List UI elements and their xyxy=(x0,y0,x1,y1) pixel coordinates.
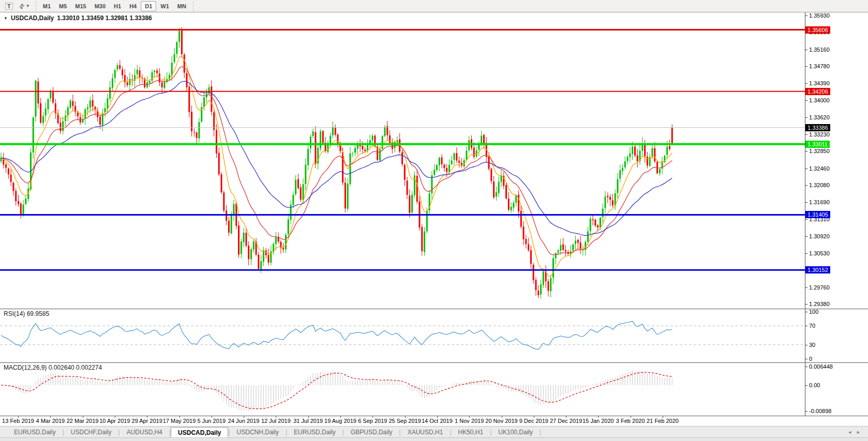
timeframe-button-d1[interactable]: D1 xyxy=(141,1,156,11)
panel-separator[interactable] xyxy=(0,309,868,309)
tab-scroll-left-icon[interactable]: ◄ xyxy=(847,430,852,435)
date-axis-label: 31 Jul 2019 xyxy=(293,418,323,424)
price-axis-label: 1.32850 xyxy=(809,148,830,154)
panel-separator xyxy=(0,416,868,416)
price-line-badge: 1.35606 xyxy=(805,26,830,34)
date-axis-label: 27 Dec 2019 xyxy=(550,418,582,424)
rsi-axis-label: 70 xyxy=(809,323,815,329)
rsi-axis-label: 0 xyxy=(809,356,812,362)
text-tool-button[interactable]: T xyxy=(2,1,16,11)
date-axis-label: 12 Jul 2019 xyxy=(261,418,291,424)
price-line-badge: 1.33011 xyxy=(805,141,830,148)
timeframe-label: W1 xyxy=(160,3,169,9)
price-chart-panel[interactable]: ▼ USDCAD,Daily 1.33010 1.33459 1.32981 1… xyxy=(0,12,805,309)
macd-chart[interactable] xyxy=(0,362,805,416)
date-axis-label: 20 Nov 2019 xyxy=(485,418,517,424)
timeframe-label: MN xyxy=(177,3,186,9)
timeframe-button-h4[interactable]: H4 xyxy=(125,1,141,11)
chart-dropdown-icon[interactable]: ▼ xyxy=(4,16,8,21)
tab-divider: | xyxy=(540,427,541,437)
macd-axis-label: -0.00898 xyxy=(809,408,831,414)
time-axis: 13 Feb 20194 Mar 201922 Mar 201910 Apr 2… xyxy=(0,416,868,426)
date-axis-label: 14 Oct 2019 xyxy=(422,418,453,424)
rsi-axis-label: 100 xyxy=(809,309,818,315)
rsi-chart[interactable] xyxy=(0,309,805,362)
price-axis-label: 1.35930 xyxy=(809,12,830,19)
price-axis-label: 1.34000 xyxy=(809,97,830,103)
timeframe-label: M1 xyxy=(43,3,51,9)
price-axis-label: 1.32460 xyxy=(809,165,830,172)
timeframe-label: M30 xyxy=(95,3,106,9)
tab-hk50-h1[interactable]: HK50,H1 xyxy=(452,427,490,437)
price-axis-label: 1.33620 xyxy=(809,114,830,120)
date-axis-label: 24 Jun 2019 xyxy=(228,418,260,424)
tab-audusd-h4[interactable]: AUDUSD,H4 xyxy=(120,427,169,437)
toolbar-separator xyxy=(36,2,36,11)
price-line-badge: 1.31405 xyxy=(805,211,830,218)
timeframe-button-m1[interactable]: M1 xyxy=(39,1,55,11)
timeframe-button-mn[interactable]: MN xyxy=(173,1,190,11)
date-axis-label: 21 Feb 2020 xyxy=(647,418,679,424)
chart-title[interactable]: ▼ USDCAD,Daily 1.33010 1.33459 1.32981 1… xyxy=(4,14,152,22)
date-axis-label: 3 Feb 2020 xyxy=(616,418,645,424)
caret-down-icon: ▼ xyxy=(26,4,30,8)
toolbar-separator xyxy=(193,2,193,11)
tab-scroll-arrows: ◄ ► xyxy=(847,427,868,437)
tab-gbpusd-daily[interactable]: GBPUSD,Daily xyxy=(344,427,399,437)
chart-symbol-label: USDCAD,Daily xyxy=(11,14,54,22)
mt4-window: T ⇄ ▼ M1M5M15M30H1H4D1W1MN ▼ USDCAD,Dail… xyxy=(0,0,868,441)
tab-usdchf-daily[interactable]: USDCHF,Daily xyxy=(64,427,118,437)
timeframe-label: H1 xyxy=(114,3,121,9)
date-axis-label: 9 Dec 2019 xyxy=(519,418,548,424)
macd-panel[interactable]: MACD(12,26,9) 0.002640 0.002274 xyxy=(0,362,805,416)
tab-uk100-daily[interactable]: UK100,Daily xyxy=(491,427,540,437)
tab-usdcnh-daily[interactable]: USDCNH,Daily xyxy=(230,427,286,437)
panel-separator[interactable] xyxy=(0,362,868,363)
tabs-holder: EURUSD,Daily|USDCHF,Daily|AUDUSD,H4|USDC… xyxy=(7,427,541,437)
cycle-symbols-button[interactable]: ⇄ ▼ xyxy=(16,1,33,11)
price-axis-label: 1.30530 xyxy=(809,250,830,256)
candlestick-chart[interactable] xyxy=(0,12,805,309)
date-axis-label: 4 Mar 2019 xyxy=(36,418,65,424)
price-line-badge: 1.30152 xyxy=(805,266,830,273)
price-axis-label: 1.34780 xyxy=(809,63,830,69)
timeframe-label: D1 xyxy=(145,3,152,9)
timeframe-button-m15[interactable]: M15 xyxy=(71,1,90,11)
tab-scroll-right-icon[interactable]: ► xyxy=(856,430,861,435)
date-axis-label: 17 May 2019 xyxy=(163,418,196,424)
tab-eurusd-daily[interactable]: EURUSD,Daily xyxy=(287,427,342,437)
swap-arrows-icon: ⇄ xyxy=(17,2,26,10)
price-axis-label: 1.29380 xyxy=(809,301,830,307)
tab-eurusd-daily[interactable]: EURUSD,Daily xyxy=(7,427,63,437)
date-axis-label: 1 Nov 2019 xyxy=(455,418,484,424)
text-tool-icon: T xyxy=(5,3,13,10)
date-axis-label: 10 Apr 2019 xyxy=(99,418,130,424)
date-axis-label: 13 Feb 2019 xyxy=(2,418,34,424)
timeframe-button-h1[interactable]: H1 xyxy=(110,1,125,11)
price-axis-label: 1.32080 xyxy=(809,182,830,188)
macd-label: MACD(12,26,9) 0.002640 0.002274 xyxy=(4,364,102,371)
tab-usdcad-daily[interactable]: USDCAD,Daily xyxy=(171,427,228,437)
rsi-label: RSI(14) 69.9585 xyxy=(4,310,49,317)
price-axis-label: 1.35160 xyxy=(809,47,830,53)
macd-axis-label: 0.00 xyxy=(809,382,820,388)
timeframe-button-w1[interactable]: W1 xyxy=(156,1,173,11)
top-toolbar: T ⇄ ▼ M1M5M15M30H1H4D1W1MN xyxy=(0,0,868,12)
current-price-badge: 1.33386 xyxy=(805,124,830,131)
date-axis-label: 29 Apr 2019 xyxy=(132,418,162,424)
tab-xauusd-h1[interactable]: XAUUSD,H1 xyxy=(401,427,450,437)
timeframe-label: M5 xyxy=(59,3,67,9)
timeframe-buttons: M1M5M15M30H1H4D1W1MN xyxy=(39,1,190,11)
timeframe-label: M15 xyxy=(75,3,86,9)
date-axis-label: 6 Sep 2019 xyxy=(358,418,387,424)
timeframe-button-m30[interactable]: M30 xyxy=(91,1,110,11)
date-axis-label: 22 Mar 2019 xyxy=(67,418,99,424)
price-axis-label: 1.29760 xyxy=(809,284,830,291)
price-axis-label: 1.31690 xyxy=(809,199,830,205)
date-axis-label: 25 Sep 2019 xyxy=(388,418,421,424)
rsi-panel[interactable]: RSI(14) 69.9585 xyxy=(0,309,805,362)
chart-ohlc-values: 1.33010 1.33459 1.32981 1.33386 xyxy=(57,14,152,22)
timeframe-button-m5[interactable]: M5 xyxy=(55,1,71,11)
price-axis-label: 1.34390 xyxy=(809,80,830,86)
status-strip xyxy=(0,437,868,441)
